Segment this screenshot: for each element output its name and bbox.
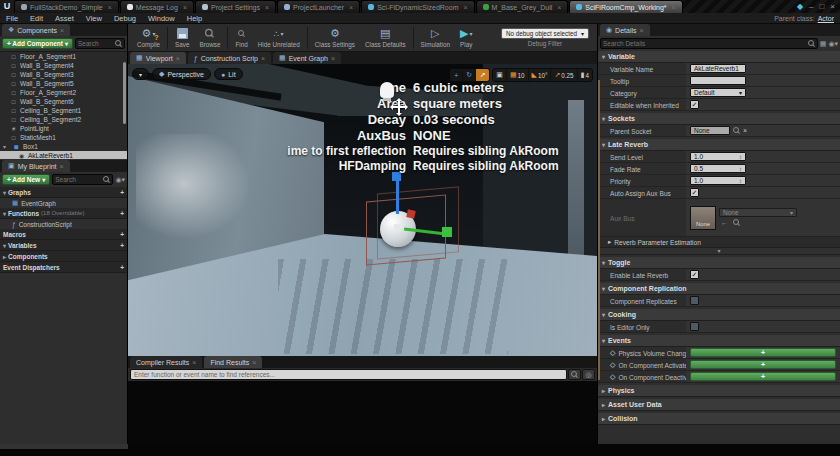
add-event-button-on-component-activated[interactable]: + — [690, 360, 836, 369]
expand-arrow-icon[interactable]: ▾ — [3, 210, 6, 217]
checkbox-auto-assign-aux-bus[interactable]: ✓ — [690, 188, 699, 197]
expand-arrow-icon[interactable]: ▸ — [602, 415, 605, 422]
window-tab-fullstackdemo-simple[interactable]: FullStackDemo_Simple× — [14, 0, 119, 13]
visibility-filter-icon[interactable]: ◉▾ — [115, 176, 125, 184]
blueprint-section-variables[interactable]: ▾Variables+ — [0, 240, 127, 251]
add-event-button-on-component-deactivated[interactable]: + — [690, 372, 836, 381]
spinner-icon[interactable]: ↕ — [739, 177, 742, 185]
add-icon[interactable]: + — [120, 189, 124, 196]
scale-snap-button[interactable]: ↗ 0.25 — [551, 69, 577, 81]
menu-help[interactable]: Help — [181, 14, 208, 23]
text-field-tooltip[interactable] — [690, 76, 746, 85]
expand-arrow-icon[interactable]: ▸ — [602, 401, 605, 408]
close-icon[interactable]: × — [60, 27, 64, 34]
gizmo-center[interactable] — [394, 224, 401, 231]
text-field-variable-name[interactable]: AkLateReverb1 — [690, 64, 746, 73]
window-tab-scifiroomcmp-working[interactable]: SciFiRoomCmp_Working*× — [569, 0, 682, 13]
class-defaults-button[interactable]: ▤Class Defaults — [360, 24, 411, 52]
parent-class-link[interactable]: Actor — [818, 15, 834, 22]
find-in-blueprints-button[interactable]: ◎ — [582, 369, 595, 380]
expand-arrow-icon[interactable]: ▾ — [602, 115, 605, 122]
components-scrollbar[interactable] — [123, 62, 126, 124]
expand-arrow-icon[interactable]: ▾ — [602, 53, 605, 60]
close-icon[interactable]: × — [672, 4, 676, 11]
window-tab-projectlauncher[interactable]: ProjectLauncher× — [277, 0, 360, 13]
maximize-button[interactable]: □ — [819, 0, 824, 13]
component-item-wall-b-segment4[interactable]: □Wall_B_Segment4 — [0, 61, 127, 70]
details-search[interactable] — [600, 38, 818, 49]
component-item-ceiling-b-segment2[interactable]: □Ceiling_B_Segment2 — [0, 115, 127, 124]
blueprint-item-constructionscript[interactable]: ƒConstructionScript — [0, 219, 127, 229]
add-icon[interactable]: + — [120, 231, 124, 238]
menu-debug[interactable]: Debug — [108, 14, 142, 23]
section-header-toggle[interactable]: ▾Toggle — [598, 257, 840, 269]
asset-thumbnail[interactable]: None — [690, 206, 716, 230]
numeric-field-send-level[interactable]: 1.0↕ — [690, 152, 746, 161]
translate-tool-button[interactable]: + — [450, 69, 463, 81]
gizmo-y-handle[interactable] — [442, 227, 452, 237]
tab-viewport[interactable]: ▦Viewport× — [130, 52, 186, 64]
checkbox-is-editor-only[interactable] — [690, 322, 699, 331]
numeric-field-priority[interactable]: 1.0↕ — [690, 176, 746, 185]
add-icon[interactable]: + — [120, 264, 124, 271]
blueprint-section-event-dispatchers[interactable]: Event Dispatchers+ — [0, 262, 127, 273]
spinner-icon[interactable]: ↕ — [739, 153, 742, 161]
grid-snap-button[interactable]: ▦ 10 — [507, 69, 529, 81]
expand-arrow-icon[interactable]: ▾ — [3, 242, 6, 249]
close-icon[interactable]: × — [640, 27, 644, 34]
compile-button[interactable]: ⚙?▾Compile — [132, 24, 165, 52]
expand-arrow-icon[interactable]: ▾ — [602, 285, 605, 292]
section-header-component-replication[interactable]: ▾Component Replication — [598, 283, 840, 295]
close-icon[interactable]: × — [265, 4, 269, 11]
checkbox-component-replicates[interactable] — [690, 296, 699, 305]
details-scrollbar[interactable] — [598, 80, 600, 380]
section-header-cooking[interactable]: ▾Cooking — [598, 309, 840, 321]
expand-arrow-icon[interactable]: ▾ — [3, 189, 6, 196]
menu-asset[interactable]: Asset — [49, 14, 80, 23]
add-icon[interactable]: + — [120, 242, 124, 249]
launcher-icon[interactable]: ◆ — [797, 0, 803, 13]
close-icon[interactable]: × — [331, 55, 335, 62]
section-header-sockets[interactable]: ▾Sockets — [598, 113, 840, 125]
expand-arrow-icon[interactable]: ▾ — [602, 141, 605, 148]
menu-file[interactable]: File — [0, 14, 24, 23]
viewport-options-button[interactable]: ▾ — [132, 68, 149, 80]
class-settings-button[interactable]: ⚙Class Settings — [310, 24, 360, 52]
expand-arrow-icon[interactable]: ▾ — [602, 337, 605, 344]
browse-button[interactable]: Browse — [194, 24, 225, 52]
close-icon[interactable]: × — [176, 55, 180, 62]
debug-object-select[interactable]: No debug object selected▾ — [501, 28, 589, 39]
section-header-variable[interactable]: ▾Variable — [598, 51, 840, 63]
add-icon[interactable]: + — [120, 210, 124, 217]
save-button[interactable]: Save — [170, 24, 194, 52]
numeric-field-fade-rate[interactable]: 0.5↕ — [690, 164, 746, 173]
component-item-floor-a-segment1[interactable]: □Floor_A_Segment1 — [0, 52, 127, 61]
rotate-tool-button[interactable]: ↻ — [463, 69, 476, 81]
expand-arrow-icon[interactable]: ▸ — [608, 238, 611, 246]
rotation-snap-button[interactable]: ◣ 10° — [529, 69, 552, 81]
menu-edit[interactable]: Edit — [24, 14, 49, 23]
section-header-physics[interactable]: ▸Physics — [598, 385, 840, 397]
socket-field[interactable]: None — [690, 126, 730, 135]
gizmo-z-axis[interactable] — [396, 180, 399, 214]
tab-construction-scrip[interactable]: ƒConstruction Scrip× — [188, 52, 271, 64]
component-item-wall-b-segment6[interactable]: □Wall_B_Segment6 — [0, 97, 127, 106]
lit-mode-button[interactable]: ● Lit — [214, 68, 243, 80]
section-header-late-reverb[interactable]: ▾Late Reverb — [598, 139, 840, 151]
minimize-button[interactable]: – — [809, 0, 813, 13]
add-new-button[interactable]: + Add New▾ — [2, 174, 50, 185]
blueprint-section-graphs[interactable]: ▾Graphs+ — [0, 187, 127, 198]
surface-snap-button[interactable]: ▣ — [493, 69, 507, 81]
component-item-staticmesh1[interactable]: □StaticMesh1 — [0, 133, 127, 142]
camera-speed-button[interactable]: ▮ 4 — [578, 69, 592, 81]
search-icon[interactable] — [733, 127, 740, 135]
checkbox-editable-when-inherited[interactable]: ✓ — [690, 100, 699, 109]
add-event-button-physics-volume-changed[interactable]: + — [690, 348, 836, 357]
component-item-floor-a-segment2[interactable]: □Floor_A_Segment2 — [0, 88, 127, 97]
find-references-input[interactable] — [130, 369, 567, 380]
close-icon[interactable]: × — [261, 55, 265, 62]
component-item-aklatereverb1[interactable]: ◉AkLateReverb1 — [0, 151, 127, 159]
expand-arrow-icon[interactable]: ▸ — [3, 253, 6, 260]
tab-find-results[interactable]: Find Results× — [204, 356, 262, 368]
play-button[interactable]: ▶▾Play — [455, 24, 477, 52]
